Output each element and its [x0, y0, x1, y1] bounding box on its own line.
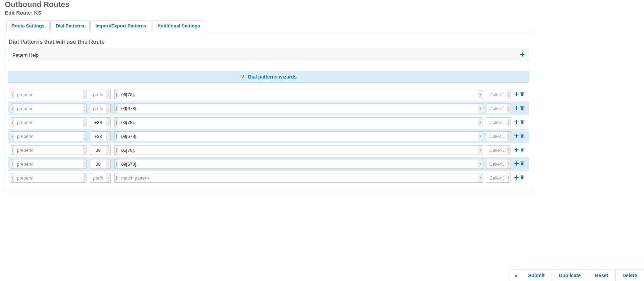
duplicate-button[interactable]: Duplicate	[552, 270, 588, 281]
prefix-input[interactable]	[90, 173, 106, 183]
page-title: Outbound Routes	[5, 0, 644, 9]
add-row-button[interactable]	[514, 133, 519, 139]
prepend-input[interactable]	[14, 104, 83, 113]
section-title: Dial Patterns that will use this Route	[9, 39, 529, 45]
wand-icon	[240, 74, 245, 79]
dial-pattern-row: ()|[/]	[8, 88, 529, 101]
lbracket-decor: [	[114, 145, 118, 155]
callerid-input[interactable]	[487, 117, 507, 127]
rbracket-decor: ]	[507, 104, 511, 113]
prepend-input[interactable]	[14, 131, 83, 141]
match-pattern-input[interactable]	[118, 131, 478, 141]
add-row-button[interactable]	[514, 147, 519, 153]
delete-row-button[interactable]	[520, 175, 524, 181]
delete-row-button[interactable]	[520, 161, 524, 167]
rparen-decor: )	[83, 145, 86, 155]
rparen-decor: )	[83, 117, 86, 127]
tab-import-export[interactable]: Import/Export Patterns	[90, 20, 151, 31]
add-row-button[interactable]	[514, 92, 519, 97]
rparen-decor: )	[83, 90, 86, 99]
plus-icon[interactable]	[520, 52, 525, 58]
callerid-input[interactable]	[487, 159, 507, 169]
pipe-decor: |	[106, 131, 111, 141]
prefix-input[interactable]	[90, 159, 106, 169]
tab-dial-patterns[interactable]: Dial Patterns	[50, 20, 90, 31]
pipe-decor: |	[106, 159, 111, 169]
prepend-input[interactable]	[14, 159, 83, 169]
delete-row-button[interactable]	[520, 92, 524, 97]
add-row-button[interactable]	[514, 119, 519, 125]
lbracket-decor: [	[114, 117, 118, 127]
delete-row-button[interactable]	[520, 133, 524, 139]
lbracket-decor: [	[114, 173, 118, 183]
lparen-decor: (	[11, 159, 14, 169]
slash-decor: /	[478, 159, 483, 169]
lparen-decor: (	[11, 117, 14, 127]
add-row-button[interactable]	[514, 106, 519, 111]
rparen-decor: )	[83, 131, 86, 141]
prefix-input[interactable]	[90, 117, 106, 127]
wizard-label: Dial patterns wizards	[248, 74, 297, 80]
prefix-input[interactable]	[90, 131, 106, 141]
rbracket-decor: ]	[507, 90, 511, 99]
lbracket-decor: [	[114, 131, 118, 141]
add-row-button[interactable]	[514, 175, 519, 181]
lparen-decor: (	[11, 90, 14, 99]
rbracket-decor: ]	[507, 145, 511, 155]
callerid-input[interactable]	[487, 90, 507, 99]
lbracket-decor: [	[114, 159, 118, 169]
delete-button[interactable]: Delete	[616, 270, 644, 281]
pattern-help-bar[interactable]: Pattern Help	[8, 49, 529, 61]
tab-additional-settings[interactable]: Additional Settings	[152, 20, 205, 31]
match-pattern-input[interactable]	[118, 159, 478, 169]
pipe-decor: |	[106, 90, 111, 99]
slash-decor: /	[478, 104, 483, 113]
slash-decor: /	[478, 90, 483, 99]
rbracket-decor: ]	[507, 131, 511, 141]
dial-pattern-row: ()|[/]	[8, 101, 529, 115]
lparen-decor: (	[11, 145, 14, 155]
prefix-input[interactable]	[90, 90, 106, 99]
submit-button[interactable]: Submit	[521, 270, 552, 281]
lparen-decor: (	[11, 104, 14, 113]
delete-row-button[interactable]	[520, 119, 524, 125]
rparen-decor: )	[83, 173, 86, 183]
tab-route-settings[interactable]: Route Settings	[6, 20, 50, 31]
footer-action-bar: » Submit Duplicate Reset Delete	[511, 270, 644, 281]
dial-patterns-wizards-button[interactable]: Dial patterns wizards	[8, 71, 529, 83]
prepend-input[interactable]	[14, 173, 83, 183]
prepend-input[interactable]	[14, 145, 83, 155]
lparen-decor: (	[11, 131, 14, 141]
reset-button[interactable]: Reset	[588, 270, 616, 281]
match-pattern-input[interactable]	[118, 145, 478, 155]
prefix-input[interactable]	[90, 145, 106, 155]
slash-decor: /	[478, 173, 483, 183]
match-pattern-input[interactable]	[118, 117, 478, 127]
callerid-input[interactable]	[487, 173, 507, 183]
slash-decor: /	[478, 117, 483, 127]
callerid-input[interactable]	[487, 104, 507, 113]
match-pattern-input[interactable]	[118, 104, 478, 113]
dial-pattern-row: ()|[/]	[8, 143, 529, 157]
slash-decor: /	[478, 145, 483, 155]
lbracket-decor: [	[114, 90, 118, 99]
tab-bar: Route Settings Dial Patterns Import/Expo…	[6, 20, 644, 31]
dial-pattern-row: ()|[/]	[8, 157, 529, 171]
dial-patterns-panel: Dial Patterns that will use this Route P…	[5, 31, 532, 192]
pipe-decor: |	[106, 117, 111, 127]
match-pattern-input[interactable]	[118, 173, 478, 183]
match-pattern-input[interactable]	[118, 90, 478, 99]
footer-expand-button[interactable]: »	[511, 270, 521, 281]
prepend-input[interactable]	[14, 117, 83, 127]
lparen-decor: (	[11, 173, 14, 183]
prefix-input[interactable]	[90, 104, 106, 113]
pipe-decor: |	[106, 145, 111, 155]
pipe-decor: |	[106, 104, 111, 113]
callerid-input[interactable]	[487, 145, 507, 155]
callerid-input[interactable]	[487, 131, 507, 141]
dial-pattern-row: ()|[/]	[8, 115, 529, 129]
prepend-input[interactable]	[14, 90, 83, 99]
add-row-button[interactable]	[514, 161, 519, 167]
delete-row-button[interactable]	[520, 106, 524, 111]
delete-row-button[interactable]	[520, 147, 524, 153]
